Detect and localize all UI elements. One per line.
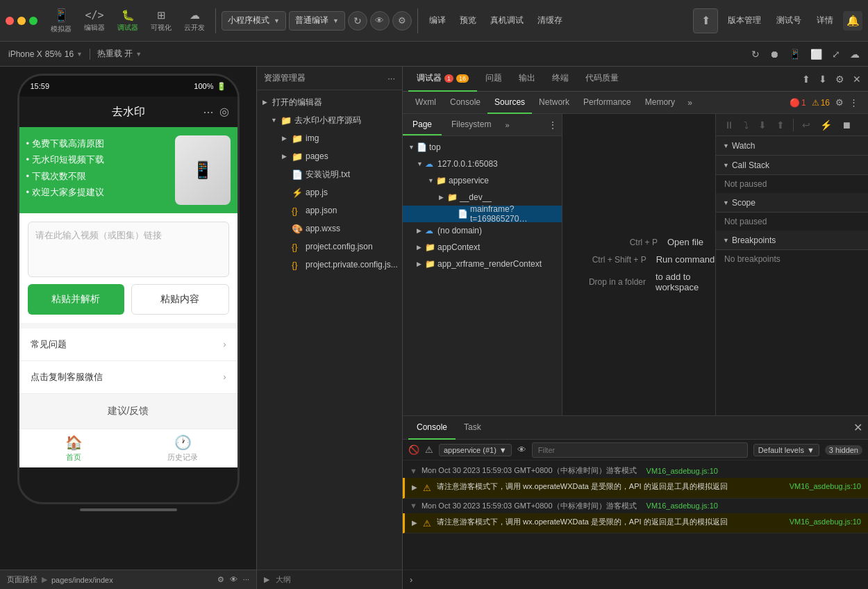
phone-link-input[interactable]: 请在此输入视频（或图集）链接 [28, 222, 229, 277]
details-btn[interactable]: 详情 [811, 12, 839, 29]
debug-deactivate-btn[interactable]: ⏹ [839, 118, 854, 132]
parse-button[interactable]: 粘贴并解析 [28, 284, 124, 315]
sources-sidebar-menu[interactable]: ⋮ [544, 114, 562, 135]
debug-settings-icon[interactable]: ⚙ [834, 72, 846, 86]
network-tab-inner[interactable]: Network [532, 92, 576, 114]
settings-button[interactable]: ⚙ [392, 11, 412, 31]
console-close-btn[interactable]: ✕ [853, 421, 862, 434]
terminal-tab[interactable]: 终端 [544, 67, 577, 92]
paste-button[interactable]: 粘贴内容 [131, 284, 229, 315]
sources-page-tab[interactable]: Page [403, 114, 442, 135]
devtools-menu-icon[interactable]: ⋮ [849, 97, 858, 108]
debug-step-out-btn[interactable]: ⬆ [774, 118, 787, 132]
real-device-btn[interactable]: 真机调试 [485, 12, 529, 29]
toolbar2-phone-icon[interactable]: 📱 [789, 49, 801, 60]
group-0-arrow[interactable]: ▼ [410, 467, 417, 475]
toolbar2-expand-icon[interactable]: ⤢ [832, 49, 840, 60]
file-tree-root-expanded[interactable]: ▼ 📁 去水印小程序源码 [257, 111, 402, 129]
toolbar-cloud-tab[interactable]: ☁ 云开发 [179, 3, 210, 39]
memory-tab-inner[interactable]: Memory [638, 92, 682, 114]
file-tree-app-js[interactable]: ▶ ⚡ app.js [257, 183, 402, 201]
group-1-arrow[interactable]: ▼ [410, 501, 417, 510]
file-tree-img-folder[interactable]: ▶ 📁 img [257, 129, 402, 147]
breadcrumb-eye-icon[interactable]: 👁 [230, 575, 237, 584]
eye-button[interactable]: 👁 [370, 11, 390, 31]
debug-up-icon[interactable]: ⬆ [801, 72, 812, 86]
file-tree-app-wxss[interactable]: ▶ 🎨 app.wxss [257, 219, 402, 238]
file-tree-app-json[interactable]: ▶ {} app.json [257, 201, 402, 219]
file-tree-project-config[interactable]: ▶ {} project.config.json [257, 238, 402, 256]
msg-0-arrow[interactable]: ▶ [412, 482, 417, 492]
clear-cache-btn[interactable]: 清缓存 [532, 12, 568, 29]
stree-appservice[interactable]: ▼ 📁 appservice [403, 172, 562, 189]
performance-tab-inner[interactable]: Performance [576, 92, 638, 114]
console-level-dropdown[interactable]: Default levels ▼ [753, 444, 819, 456]
console-input-field[interactable] [417, 575, 861, 585]
phone-faq-item-1[interactable]: 点击复制客服微信 › [19, 361, 237, 394]
wxml-tab[interactable]: Wxml [408, 92, 443, 114]
toolbar-editor-tab[interactable]: </> 编辑器 [79, 3, 110, 39]
stree-localhost[interactable]: ▼ ☁ 127.0.0.1:65083 [403, 156, 562, 172]
close-btn[interactable] [6, 17, 14, 25]
test-num-btn[interactable]: 测试号 [771, 12, 807, 29]
toolbar2-refresh-icon[interactable]: ↻ [751, 49, 760, 60]
callstack-section-header[interactable]: ▼ Call Stack [716, 156, 868, 175]
toolbar2-record-icon[interactable]: ⏺ [769, 49, 779, 60]
sources-filesystem-tab[interactable]: Filesystem [442, 114, 501, 135]
scope-section-header[interactable]: ▼ Scope [716, 193, 868, 213]
console-ban-icon[interactable]: 🚫 [408, 445, 419, 455]
stree-dev[interactable]: ▶ 📁 __dev__ [403, 189, 562, 206]
debug-step-back-btn[interactable]: ↩ [799, 118, 813, 132]
compile-action-btn[interactable]: 编译 [424, 12, 451, 29]
stree-xrframe[interactable]: ▶ 📁 app_xrframe_renderContext [403, 256, 562, 272]
upload-icon-btn[interactable]: ⬆ [693, 8, 718, 33]
phone-close-icon[interactable]: ◎ [219, 105, 229, 119]
problems-tab[interactable]: 问题 [477, 67, 510, 92]
msg-0-link[interactable]: VM16_asdebug.js:10 [790, 481, 861, 492]
hotspot-toggle[interactable]: 热重载 开 ▼ [97, 48, 142, 60]
debug-close-icon[interactable]: ✕ [851, 72, 862, 86]
quality-tab[interactable]: 代码质量 [577, 67, 627, 92]
debug-step-into-btn[interactable]: ⬇ [756, 118, 769, 132]
debug-step-over-btn[interactable]: ⤵ [741, 118, 751, 132]
toolbar-visual-tab[interactable]: ⊞ 可视化 [146, 3, 176, 39]
group-1-link[interactable]: VM16_asdebug.js:10 [646, 501, 718, 510]
breadcrumb-more-icon[interactable]: ··· [243, 575, 249, 584]
debug-activate-btn[interactable]: ⚡ [817, 118, 835, 132]
sources-more-tabs[interactable]: » [501, 114, 513, 135]
console-main-tab[interactable]: Console [408, 416, 456, 440]
phone-tab-history[interactable]: 🕐 历史记录 [128, 434, 237, 463]
file-panel-menu-icon[interactable]: ··· [387, 73, 395, 83]
sources-tab-inner[interactable]: Sources [487, 92, 532, 114]
more-tabs-btn[interactable]: » [682, 92, 698, 114]
device-selector[interactable]: iPhone X 85% 16 ▼ [8, 49, 83, 59]
file-tree-pages-folder[interactable]: ▶ 📁 pages [257, 147, 402, 165]
toolbar-debug-tab[interactable]: 🐛 调试器 [112, 3, 143, 39]
phone-tab-home[interactable]: 🏠 首页 [19, 434, 128, 463]
outline-section[interactable]: ▶ 大纲 [257, 570, 402, 589]
msg-1-link[interactable]: VM16_asdebug.js:10 [790, 516, 861, 528]
breadcrumb-settings-icon[interactable]: ⚙ [217, 575, 224, 584]
file-tree-open-editors[interactable]: ▶ 打开的编辑器 [257, 93, 402, 111]
debugger-tab[interactable]: 调试器 1 16 [408, 67, 477, 92]
minimize-btn[interactable] [17, 17, 26, 25]
stree-mainframe[interactable]: ▶ 📄 mainframe?t=169865270… [403, 206, 562, 222]
maximize-btn[interactable] [29, 17, 37, 25]
phone-faq-item-0[interactable]: 常见问题 › [19, 329, 237, 361]
refresh-button[interactable]: ↻ [348, 11, 367, 31]
debug-down-icon[interactable]: ⬇ [817, 72, 828, 86]
watch-section-header[interactable]: ▼ Watch [716, 136, 868, 156]
console-eye-icon[interactable]: 👁 [517, 445, 526, 455]
toolbar2-cloud-icon[interactable]: ☁ [850, 49, 860, 60]
mode-dropdown[interactable]: 小程序模式 ▼ [222, 11, 286, 31]
toolbar2-window-icon[interactable]: ⬜ [810, 49, 822, 60]
toolbar-simulator-tab[interactable]: 📱 模拟器 [46, 3, 76, 39]
file-tree-project-private[interactable]: ▶ {} project.private.config.js... [257, 256, 402, 274]
stree-nodomain[interactable]: ▶ ☁ (no domain) [403, 222, 562, 239]
group-0-link[interactable]: VM16_asdebug.js:10 [646, 467, 718, 475]
console-tab-inner[interactable]: Console [443, 92, 487, 114]
console-warning-icon[interactable]: ⚠ [425, 445, 433, 455]
stree-appcontext[interactable]: ▶ 📁 appContext [403, 239, 562, 256]
output-tab[interactable]: 输出 [510, 67, 544, 92]
msg-1-arrow[interactable]: ▶ [412, 517, 417, 528]
